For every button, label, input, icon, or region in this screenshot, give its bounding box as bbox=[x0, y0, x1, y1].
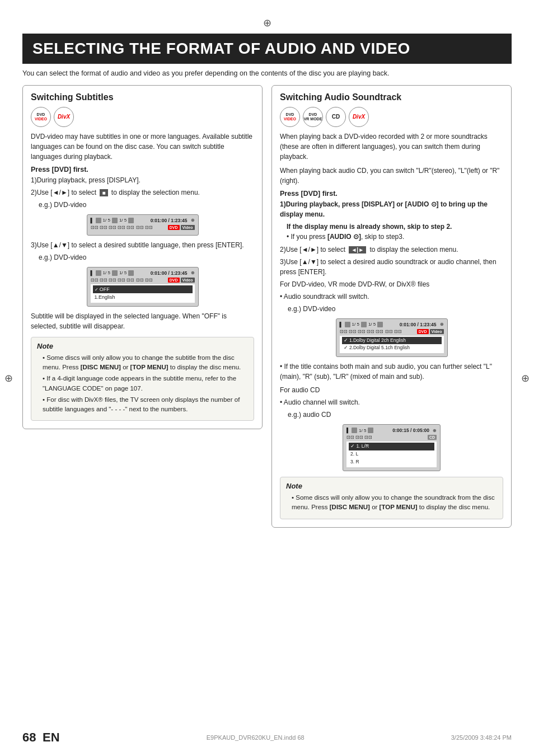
step2-suffix: to display the selection menu. bbox=[111, 189, 200, 196]
audio-intro2: When playing back audio CD, you can swit… bbox=[280, 166, 503, 186]
audio-for-cd: For audio CD bbox=[280, 385, 503, 395]
subtitles-note-item-2: If a 4-digit language code appears in th… bbox=[43, 374, 248, 393]
audio-press-first: Press [DVD] first. bbox=[280, 190, 503, 198]
step2-icon-audio: ◄|► bbox=[349, 246, 366, 253]
subtitles-press-first: Press [DVD] first. bbox=[31, 166, 254, 173]
audio-screen2-badge-row: ⊡⊡ ⊡⊡ ⊡⊡ CD bbox=[346, 435, 437, 440]
page-subtitle: You can select the format of audio and v… bbox=[22, 69, 512, 77]
audio-divx-badge: DivX bbox=[349, 107, 369, 127]
screen2-badge-row: ⊡⊡ ⊡⊡ ⊡⊡ ⊡⊡ ⊡⊡ ⊡⊡ ⊡⊡ DVD Video bbox=[91, 278, 195, 283]
subtitles-note-item-1: Some discs will only allow you to change… bbox=[43, 353, 248, 373]
screen1-wrap: ▌ 1/ 5 1/ 5 0:01:00 / 1:23:45 ⊕ ⊡⊡ ⊡⊡ ⊡⊡… bbox=[31, 214, 254, 236]
screen2-top-bar: ▌ 1/ 5 1/ 5 0:01:00 / 1:23:45 ⊕ bbox=[91, 270, 195, 276]
page-outer: ⊕ ⊕ ⊕ SELECTING THE FORMAT OF AUDIO AND … bbox=[0, 0, 534, 756]
subtitles-step1: 1)During playback, press [DISPLAY]. bbox=[31, 175, 254, 185]
subtitles-step2: 2)Use [◄/►] to select ■ to display the s… bbox=[31, 187, 254, 198]
screen1-badge-row: ⊡⊡ ⊡⊡ ⊡⊡ ⊡⊡ ⊡⊡ ⊡⊡ ⊡⊡ DVD Video bbox=[91, 225, 195, 230]
switching-subtitles-col: Switching Subtitles DVD VIDEO DivX DVD-v… bbox=[22, 85, 263, 430]
audio-screen1-mock: ▌ 1/ 5 1/ 5 0:01:00 / 1:23:45 ⊕ ⊡⊡ ⊡⊡ ⊡⊡… bbox=[336, 318, 448, 358]
subtitles-result: Subtitle will be displayed in the select… bbox=[31, 311, 254, 331]
audio-dvd-video-badge: DVD VIDEO bbox=[280, 107, 300, 127]
audio-step1-sub1: If the display menu is already shown, sk… bbox=[287, 222, 503, 232]
audio-intro1: When playing back a DVD-video recorded w… bbox=[280, 132, 503, 162]
dvd-video-badge: DVD VIDEO bbox=[31, 107, 51, 127]
switching-audio-col: Switching Audio Soundtrack DVD VIDEO DVD… bbox=[271, 85, 512, 528]
audio-step3: 3)Use [▲/▼] to select a desired audio so… bbox=[280, 257, 503, 277]
switching-audio-box: Switching Audio Soundtrack DVD VIDEO DVD… bbox=[271, 85, 512, 528]
footer-date: 3/25/2009 3:48:24 PM bbox=[451, 734, 512, 741]
audio-screen2-menu: 1. L/R 2. L 3. R bbox=[346, 442, 437, 467]
audio-menu-item2: 2.Dolby Digital 5.1ch English bbox=[342, 344, 442, 352]
audio-note2-bullet1: • If the title contains both main and su… bbox=[280, 361, 503, 382]
page-lang: EN bbox=[43, 730, 60, 744]
audio-note-item-1: Some discs will only allow you to change… bbox=[292, 493, 497, 513]
page-number: 68 bbox=[22, 730, 36, 744]
divx-badge: DivX bbox=[54, 107, 74, 127]
subtitles-note-box: Note Some discs will only allow you to c… bbox=[31, 337, 254, 421]
audio-screen2-mock: ▌ 1/ 5 0:00:15 / 0:05:00 ⊕ ⊡⊡ ⊡⊡ ⊡⊡ CD bbox=[343, 424, 441, 471]
audio-dvd-vr-badge: DVD VR MODE bbox=[303, 107, 323, 127]
switching-audio-title: Switching Audio Soundtrack bbox=[280, 92, 503, 102]
cd-menu-item1: 1. L/R bbox=[349, 443, 434, 450]
audio-screen2-top-bar: ▌ 1/ 5 0:00:15 / 0:05:00 ⊕ bbox=[346, 428, 437, 433]
audio-step1: 1)During playback, press [DISPLAY] or [A… bbox=[280, 199, 503, 219]
screen1-top-bar: ▌ 1/ 5 1/ 5 0:01:00 / 1:23:45 ⊕ bbox=[91, 218, 195, 223]
subtitles-note-title: Note bbox=[37, 342, 248, 350]
audio-cd-badge: CD bbox=[326, 107, 346, 127]
screen2-wrap: ▌ 1/ 5 1/ 5 0:01:00 / 1:23:45 ⊕ ⊡⊡ ⊡⊡ ⊡⊡… bbox=[31, 267, 254, 307]
cd-menu-item3: 3. R bbox=[349, 458, 434, 466]
audio-screen2-wrap: ▌ 1/ 5 0:00:15 / 0:05:00 ⊕ ⊡⊡ ⊡⊡ ⊡⊡ CD bbox=[280, 424, 503, 471]
audio-note-title: Note bbox=[286, 482, 497, 490]
subtitles-step3: 3)Use [▲/▼] to select a desired subtitle… bbox=[31, 240, 254, 250]
audio-note-box: Note Some discs will only allow you to c… bbox=[280, 477, 503, 519]
subtitles-intro: DVD-video may have subtitles in one or m… bbox=[31, 132, 254, 162]
audio-dvd-bullet: • Audio soundtrack will switch. bbox=[280, 292, 503, 302]
step2-icon: ■ bbox=[100, 189, 107, 196]
page-number-box: 68 EN bbox=[22, 730, 60, 745]
switching-subtitles-title: Switching Subtitles bbox=[31, 92, 254, 102]
crosshair-right-icon: ⊕ bbox=[521, 372, 530, 384]
step2-label: 2)Use [◄/►] to select bbox=[31, 189, 96, 196]
page-footer: 68 EN E9PKAUD_DVR620KU_EN.indd 68 3/25/2… bbox=[0, 730, 534, 745]
audio-step2: 2)Use [◄/►] to select ◄|► to display the… bbox=[280, 245, 503, 255]
step2-eg: e.g.) DVD-video bbox=[39, 200, 254, 210]
audio-step1-sub2: • If you press [AUDIO ⊙], skip to step3. bbox=[287, 232, 503, 242]
audio-cd-eg: e.g.) audio CD bbox=[288, 410, 503, 420]
subtitles-note-item-3: For disc with DivX® files, the TV screen… bbox=[43, 395, 248, 415]
switching-subtitles-box: Switching Subtitles DVD VIDEO DivX DVD-v… bbox=[22, 85, 263, 430]
crosshair-left-icon: ⊕ bbox=[4, 372, 13, 384]
screen2-menu-1: 1.English bbox=[93, 293, 193, 302]
subtitles-disc-badges: DVD VIDEO DivX bbox=[31, 107, 254, 127]
audio-disc-badges: DVD VIDEO DVD VR MODE CD DivX bbox=[280, 107, 503, 127]
page-title: SELECTING THE FORMAT OF AUDIO AND VIDEO bbox=[22, 34, 512, 64]
audio-cd-bullet: • Audio channel will switch. bbox=[280, 397, 503, 407]
audio-for-dvd: For DVD-video, VR mode DVD-RW, or DivX® … bbox=[280, 279, 503, 289]
screen1-mock: ▌ 1/ 5 1/ 5 0:01:00 / 1:23:45 ⊕ ⊡⊡ ⊡⊡ ⊡⊡… bbox=[87, 214, 199, 236]
audio-dvd-eg: e.g.) DVD-video bbox=[288, 304, 503, 314]
audio-screen1-menu: 1.Dolby Digital 2ch English 2.Dolby Digi… bbox=[340, 336, 444, 354]
screen2-mock: ▌ 1/ 5 1/ 5 0:01:00 / 1:23:45 ⊕ ⊡⊡ ⊡⊡ ⊡⊡… bbox=[87, 267, 199, 307]
screen2-menu: OFF 1.English bbox=[91, 284, 195, 303]
audio-screen1-badge-row: ⊡⊡ ⊡⊡ ⊡⊡ ⊡⊡ ⊡⊡ ⊡⊡ ⊡⊡ DVD Video bbox=[340, 329, 444, 334]
cd-menu-item2: 2. L bbox=[349, 450, 434, 458]
audio-screen1-wrap: ▌ 1/ 5 1/ 5 0:01:00 / 1:23:45 ⊕ ⊡⊡ ⊡⊡ ⊡⊡… bbox=[280, 318, 503, 358]
footer-file: E9PKAUD_DVR620KU_EN.indd 68 bbox=[207, 734, 305, 741]
audio-screen1-top-bar: ▌ 1/ 5 1/ 5 0:01:00 / 1:23:45 ⊕ bbox=[340, 322, 444, 327]
audio-menu-item1: 1.Dolby Digital 2ch English bbox=[342, 337, 442, 345]
crosshair-top-icon: ⊕ bbox=[22, 17, 512, 29]
two-col-layout: Switching Subtitles DVD VIDEO DivX DVD-v… bbox=[22, 85, 512, 528]
screen2-menu-off: OFF bbox=[93, 285, 193, 294]
step3-eg: e.g.) DVD-video bbox=[39, 252, 254, 262]
